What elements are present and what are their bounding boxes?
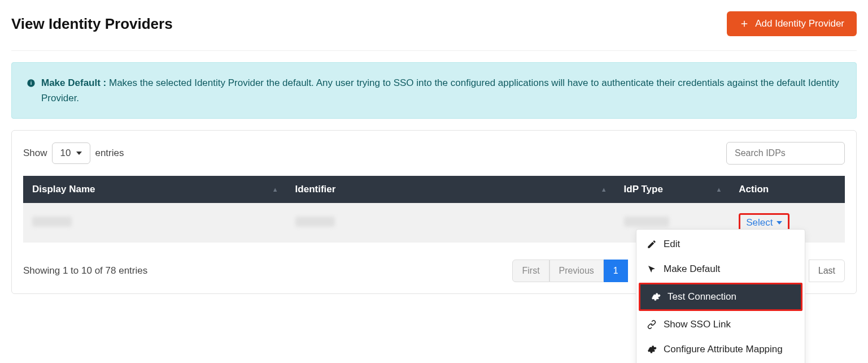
showing-entries-text: Showing 1 to 10 of 78 entries — [23, 265, 147, 276]
search-input[interactable] — [726, 142, 845, 165]
show-label: Show — [23, 148, 47, 159]
dropdown-label: Make Default — [664, 263, 720, 275]
col-action: Action — [730, 176, 845, 203]
cursor-icon — [647, 264, 657, 274]
sort-arrow-icon: ▲ — [716, 186, 722, 193]
cell-idp-type — [624, 217, 669, 227]
dropdown-label: Test Connection — [668, 291, 736, 302]
dropdown-item-edit[interactable]: Edit — [636, 232, 805, 257]
add-button-label: Add Identity Provider — [755, 18, 844, 29]
page-size-select[interactable]: 10 — [52, 142, 91, 164]
info-banner: i Make Default : Makes the selected Iden… — [11, 62, 857, 119]
dropdown-item-make-default[interactable]: Make Default — [636, 257, 805, 282]
page-first-button[interactable]: First — [512, 260, 549, 282]
page-size-value: 10 — [60, 148, 71, 159]
entries-label: entries — [95, 148, 124, 159]
sort-arrow-icon: ▲ — [601, 186, 607, 193]
plus-icon — [739, 19, 749, 29]
col-label: IdP Type — [624, 184, 663, 195]
table-toolbar: Show 10 entries — [23, 142, 845, 165]
edit-icon — [647, 239, 657, 249]
page-previous-button[interactable]: Previous — [549, 260, 604, 282]
col-identifier[interactable]: Identifier ▲ — [286, 176, 615, 203]
dropdown-item-show-sso-link[interactable]: Show SSO Link — [636, 312, 805, 337]
cell-display-name — [32, 217, 72, 227]
add-identity-provider-button[interactable]: Add Identity Provider — [727, 11, 857, 36]
table-card: Show 10 entries Display Name ▲ Identifie… — [11, 130, 857, 294]
sort-arrow-icon: ▲ — [272, 186, 278, 193]
col-label: Display Name — [32, 184, 95, 195]
dropdown-label: Edit — [664, 239, 680, 250]
show-entries-control: Show 10 entries — [23, 142, 124, 164]
idp-table: Display Name ▲ Identifier ▲ IdP Type ▲ A… — [23, 176, 845, 243]
select-label: Select — [746, 217, 773, 228]
info-banner-text: Makes the selected Identity Provider the… — [41, 77, 839, 103]
page-header: View Identity Providers Add Identity Pro… — [11, 11, 857, 51]
page-last-button[interactable]: Last — [809, 260, 845, 282]
dropdown-label: Show SSO Link — [664, 319, 731, 330]
table-row: Select Edit Make Default — [23, 203, 845, 243]
gears-icon — [651, 292, 661, 302]
page-1-button[interactable]: 1 — [604, 260, 628, 282]
info-icon: i — [27, 77, 36, 92]
svg-text:i: i — [30, 80, 32, 86]
dropdown-item-test-connection[interactable]: Test Connection — [639, 283, 802, 311]
info-banner-strong: Make Default : — [41, 77, 106, 88]
caret-down-icon — [777, 221, 782, 224]
link-icon — [647, 319, 657, 330]
col-idp-type[interactable]: IdP Type ▲ — [615, 176, 730, 203]
dropdown-label: Configure Attribute Mapping — [664, 344, 783, 355]
col-label: Identifier — [295, 184, 336, 195]
col-label: Action — [739, 184, 769, 195]
action-dropdown-menu: Edit Make Default Test Connection S — [636, 229, 805, 363]
cell-identifier — [295, 217, 335, 227]
dropdown-item-configure-attribute-mapping[interactable]: Configure Attribute Mapping — [636, 337, 805, 362]
page-title: View Identity Providers — [11, 15, 173, 33]
chevron-down-icon — [76, 152, 82, 155]
gear-icon — [647, 344, 657, 355]
col-display-name[interactable]: Display Name ▲ — [23, 176, 286, 203]
